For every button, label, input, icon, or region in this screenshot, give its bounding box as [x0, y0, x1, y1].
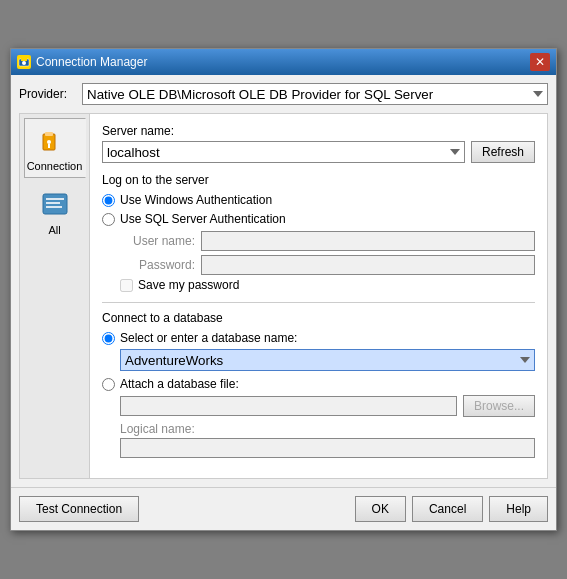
svg-point-5 — [47, 140, 51, 144]
credentials-fields: User name: Password: — [120, 231, 535, 275]
logical-name-input[interactable] — [120, 438, 535, 458]
footer-right: OK Cancel Help — [355, 496, 548, 522]
refresh-button[interactable]: Refresh — [471, 141, 535, 163]
footer: Test Connection OK Cancel Help — [11, 487, 556, 530]
titlebar-left: Connection Manager — [17, 55, 147, 69]
connection-icon — [39, 124, 71, 156]
attach-db-radio[interactable] — [102, 378, 115, 391]
save-password-row: Save my password — [120, 278, 535, 292]
database-section-title: Connect to a database — [102, 311, 535, 325]
sidebar-tab-all[interactable]: All — [24, 182, 86, 242]
browse-button[interactable]: Browse... — [463, 395, 535, 417]
save-password-checkbox[interactable] — [120, 279, 133, 292]
windows-auth-radio[interactable] — [102, 194, 115, 207]
svg-rect-9 — [46, 202, 60, 204]
all-icon — [39, 188, 71, 220]
provider-select[interactable]: Native OLE DB\Microsoft OLE DB Provider … — [82, 83, 548, 105]
database-group: Connect to a database Select or enter a … — [102, 311, 535, 458]
provider-label: Provider: — [19, 87, 74, 101]
test-connection-button[interactable]: Test Connection — [19, 496, 139, 522]
svg-rect-1 — [21, 57, 27, 61]
logical-name-label: Logical name: — [120, 422, 535, 436]
sidebar: Connection All — [19, 113, 89, 479]
server-name-group: Server name: localhost Refresh — [102, 124, 535, 163]
password-field-row: Password: — [120, 255, 535, 275]
logon-group: Log on to the server Use Windows Authent… — [102, 173, 535, 292]
dialog-content: Provider: Native OLE DB\Microsoft OLE DB… — [11, 75, 556, 487]
password-label: Password: — [120, 258, 195, 272]
all-tab-label: All — [48, 224, 60, 236]
username-field-row: User name: — [120, 231, 535, 251]
server-name-label: Server name: — [102, 124, 535, 138]
svg-rect-6 — [48, 144, 50, 148]
ok-button[interactable]: OK — [355, 496, 406, 522]
windows-auth-label: Use Windows Authentication — [120, 193, 272, 207]
help-button[interactable]: Help — [489, 496, 548, 522]
sql-auth-label: Use SQL Server Authentication — [120, 212, 286, 226]
logon-section-title: Log on to the server — [102, 173, 535, 187]
attach-file-row: Browse... — [120, 395, 535, 417]
close-button[interactable]: ✕ — [530, 53, 550, 71]
username-input[interactable] — [201, 231, 535, 251]
sidebar-tab-connection[interactable]: Connection — [24, 118, 86, 178]
main-area: Connection All Server name: — [19, 113, 548, 479]
database-select[interactable]: AdventureWorks — [120, 349, 535, 371]
select-db-radio[interactable] — [102, 332, 115, 345]
sql-auth-radio[interactable] — [102, 213, 115, 226]
separator — [102, 302, 535, 303]
titlebar: Connection Manager ✕ — [11, 49, 556, 75]
windows-auth-row: Use Windows Authentication — [102, 193, 535, 207]
dialog-icon — [17, 55, 31, 69]
server-name-select[interactable]: localhost — [102, 141, 465, 163]
attach-db-row: Attach a database file: — [102, 377, 535, 391]
server-row: localhost Refresh — [102, 141, 535, 163]
provider-row: Provider: Native OLE DB\Microsoft OLE DB… — [19, 83, 548, 105]
svg-rect-4 — [45, 132, 53, 136]
username-label: User name: — [120, 234, 195, 248]
connection-tab-label: Connection — [27, 160, 83, 172]
select-db-label: Select or enter a database name: — [120, 331, 297, 345]
connection-manager-dialog: Connection Manager ✕ Provider: Native OL… — [10, 48, 557, 531]
svg-rect-8 — [46, 198, 64, 200]
titlebar-title: Connection Manager — [36, 55, 147, 69]
attach-db-label: Attach a database file: — [120, 377, 239, 391]
select-db-row: Select or enter a database name: — [102, 331, 535, 345]
form-panel: Server name: localhost Refresh Log on to… — [89, 113, 548, 479]
password-input[interactable] — [201, 255, 535, 275]
sql-auth-row: Use SQL Server Authentication — [102, 212, 535, 226]
auth-radio-group: Use Windows Authentication Use SQL Serve… — [102, 193, 535, 226]
cancel-button[interactable]: Cancel — [412, 496, 483, 522]
attach-file-input[interactable] — [120, 396, 457, 416]
save-password-label: Save my password — [138, 278, 239, 292]
svg-point-2 — [22, 61, 26, 65]
svg-rect-10 — [46, 206, 62, 208]
